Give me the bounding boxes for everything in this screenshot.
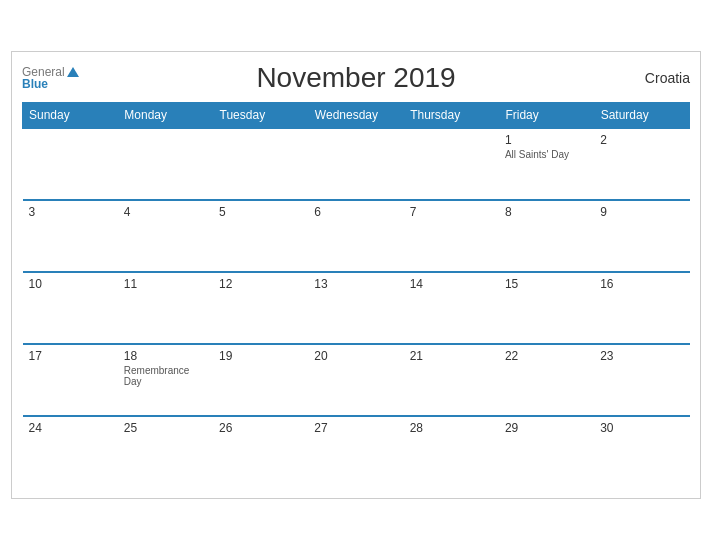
calendar-cell: 10 xyxy=(23,272,118,344)
calendar-cell: 16 xyxy=(594,272,689,344)
calendar-cell: 26 xyxy=(213,416,308,488)
calendar-cell: 29 xyxy=(499,416,594,488)
calendar-cell: 2 xyxy=(594,128,689,200)
logo: General Blue xyxy=(22,66,79,90)
calendar-cell: 17 xyxy=(23,344,118,416)
calendar-cell xyxy=(308,128,403,200)
day-number: 14 xyxy=(410,277,493,291)
calendar-cell: 7 xyxy=(404,200,499,272)
calendar-cell: 6 xyxy=(308,200,403,272)
calendar-cell: 12 xyxy=(213,272,308,344)
calendar-cell: 21 xyxy=(404,344,499,416)
weekday-header-saturday: Saturday xyxy=(594,103,689,129)
week-row-1: 3456789 xyxy=(23,200,690,272)
day-number: 2 xyxy=(600,133,683,147)
day-number: 16 xyxy=(600,277,683,291)
day-number: 11 xyxy=(124,277,207,291)
calendar-cell: 25 xyxy=(118,416,213,488)
logo-triangle-icon xyxy=(67,67,79,77)
calendar-cell: 15 xyxy=(499,272,594,344)
day-number: 7 xyxy=(410,205,493,219)
day-number: 9 xyxy=(600,205,683,219)
calendar-cell: 28 xyxy=(404,416,499,488)
day-number: 29 xyxy=(505,421,588,435)
calendar-title: November 2019 xyxy=(256,62,455,94)
day-number: 17 xyxy=(29,349,112,363)
calendar-cell xyxy=(118,128,213,200)
day-number: 30 xyxy=(600,421,683,435)
calendar-cell: 9 xyxy=(594,200,689,272)
calendar-cell: 19 xyxy=(213,344,308,416)
day-number: 23 xyxy=(600,349,683,363)
day-number: 27 xyxy=(314,421,397,435)
weekday-header-wednesday: Wednesday xyxy=(308,103,403,129)
calendar-cell: 11 xyxy=(118,272,213,344)
calendar-table: SundayMondayTuesdayWednesdayThursdayFrid… xyxy=(22,102,690,488)
day-number: 1 xyxy=(505,133,588,147)
weekday-header-thursday: Thursday xyxy=(404,103,499,129)
calendar-body: 1All Saints' Day234567891011121314151617… xyxy=(23,128,690,488)
day-number: 26 xyxy=(219,421,302,435)
calendar-cell: 30 xyxy=(594,416,689,488)
day-number: 28 xyxy=(410,421,493,435)
logo-blue-text: Blue xyxy=(22,78,79,90)
calendar-cell: 1All Saints' Day xyxy=(499,128,594,200)
week-row-0: 1All Saints' Day2 xyxy=(23,128,690,200)
day-number: 3 xyxy=(29,205,112,219)
calendar-header: General Blue November 2019 Croatia xyxy=(22,62,690,94)
calendar-cell: 23 xyxy=(594,344,689,416)
holiday-name: All Saints' Day xyxy=(505,149,588,160)
week-row-2: 10111213141516 xyxy=(23,272,690,344)
weekday-header-sunday: Sunday xyxy=(23,103,118,129)
day-number: 5 xyxy=(219,205,302,219)
calendar-cell xyxy=(404,128,499,200)
day-number: 21 xyxy=(410,349,493,363)
calendar-thead: SundayMondayTuesdayWednesdayThursdayFrid… xyxy=(23,103,690,129)
week-row-4: 24252627282930 xyxy=(23,416,690,488)
calendar-cell: 3 xyxy=(23,200,118,272)
weekday-header-row: SundayMondayTuesdayWednesdayThursdayFrid… xyxy=(23,103,690,129)
calendar-cell: 18Remembrance Day xyxy=(118,344,213,416)
weekday-header-tuesday: Tuesday xyxy=(213,103,308,129)
calendar-cell: 22 xyxy=(499,344,594,416)
weekday-header-friday: Friday xyxy=(499,103,594,129)
day-number: 20 xyxy=(314,349,397,363)
day-number: 13 xyxy=(314,277,397,291)
day-number: 24 xyxy=(29,421,112,435)
calendar-cell: 24 xyxy=(23,416,118,488)
calendar-cell xyxy=(213,128,308,200)
calendar-container: General Blue November 2019 Croatia Sunda… xyxy=(11,51,701,499)
calendar-cell: 8 xyxy=(499,200,594,272)
day-number: 10 xyxy=(29,277,112,291)
day-number: 18 xyxy=(124,349,207,363)
day-number: 22 xyxy=(505,349,588,363)
calendar-cell xyxy=(23,128,118,200)
day-number: 15 xyxy=(505,277,588,291)
weekday-header-monday: Monday xyxy=(118,103,213,129)
day-number: 4 xyxy=(124,205,207,219)
day-number: 19 xyxy=(219,349,302,363)
calendar-cell: 4 xyxy=(118,200,213,272)
day-number: 25 xyxy=(124,421,207,435)
day-number: 6 xyxy=(314,205,397,219)
day-number: 12 xyxy=(219,277,302,291)
calendar-cell: 5 xyxy=(213,200,308,272)
week-row-3: 1718Remembrance Day1920212223 xyxy=(23,344,690,416)
calendar-cell: 27 xyxy=(308,416,403,488)
calendar-cell: 13 xyxy=(308,272,403,344)
country-label: Croatia xyxy=(645,70,690,86)
calendar-cell: 14 xyxy=(404,272,499,344)
holiday-name: Remembrance Day xyxy=(124,365,207,387)
day-number: 8 xyxy=(505,205,588,219)
calendar-cell: 20 xyxy=(308,344,403,416)
